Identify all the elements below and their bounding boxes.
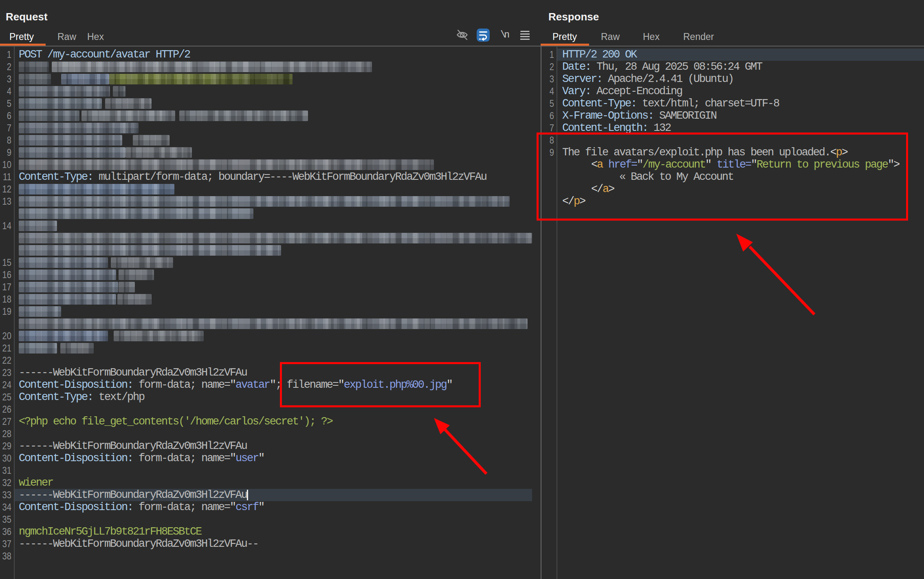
svg-text:\n: \n [500, 30, 509, 40]
